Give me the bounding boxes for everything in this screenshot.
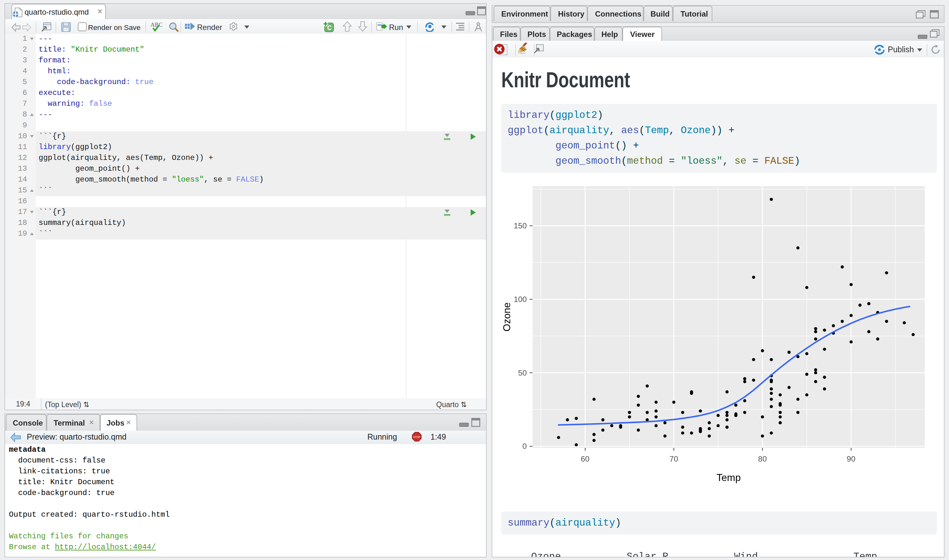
svg-text:ABC: ABC — [151, 22, 163, 28]
svg-text:C: C — [327, 24, 332, 31]
